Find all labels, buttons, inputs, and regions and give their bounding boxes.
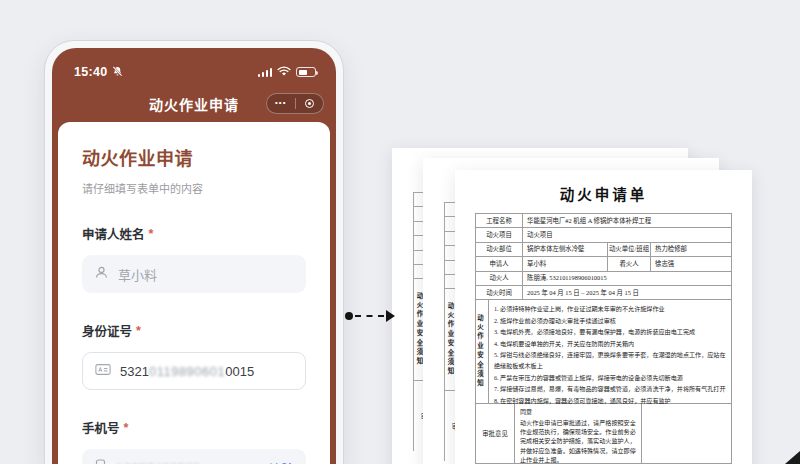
person-icon [94,265,109,283]
clear-button[interactable]: 清除 [269,459,294,464]
id-input-value: 532101198906010015 [120,364,254,379]
masked-id-digits: 0119890601 [149,364,225,379]
safety-item: 7. 焊接储存过易燃，易爆，有毒物品的容器或管道，必须清洗干净，并将所有气孔打开 [494,384,726,395]
smartphone-icon [94,459,107,464]
safety-item: 4. 电焊机要设单独的开关，开关应在防雨的开关箱内 [494,339,726,350]
table-row: 动火部位 锅炉本体左侧水冷壁 动火单位/班组 热力检修部 [476,243,731,257]
phone-mockup: 15:40 动火作业申请 ••• 动火作业申请 [44,40,344,464]
safety-item: 2. 施焊作业前必须办理动火审批手续通过审核 [494,316,726,327]
approval-section-label: 审批意见 [476,404,515,463]
nav-bar: 动火作业申请 ••• [52,86,336,122]
document-sheet-front: 动火申请单 工程名称 华能星河电厂#2 机组 A 修锅炉本体补焊工程 动火项目 … [455,170,752,464]
table-row: 动火时间 2025 年 04 月 15 日 – 2025 年 04 月 15 日 [476,286,731,300]
document-title: 动火申请单 [455,170,752,204]
target-icon[interactable] [296,99,324,108]
required-asterisk: * [124,421,129,435]
required-asterisk: * [149,227,154,241]
signal-icon [258,67,273,77]
page-subtitle: 请仔细填写表单中的内容 [82,180,306,196]
safety-item: 1. 必须持特种作业证上岗，作业证过期未年审的不允许施焊作业 [494,304,726,315]
status-time: 15:40 [74,65,107,79]
mobile-field-label: 手机号 * [82,418,306,437]
safety-items: 1. 必须持特种作业证上岗，作业证过期未年审的不允许施焊作业 2. 施焊作业前必… [489,300,731,403]
mobile-input[interactable]: 13957493588 清除 [82,449,306,464]
table-row: 申请人 草小料 看火人 徐志强 [476,257,731,271]
required-asterisk: * [136,324,141,338]
phone-screen: 15:40 动火作业申请 ••• 动火作业申请 [52,48,336,464]
safety-item: 6. 严禁在带压力的容器或管道上施焊，焊接带电的设备必须先切断电源 [494,373,726,384]
id-card-icon [95,363,111,379]
approval-comment: 同意 动火作业申请已审批通过，请严格按照安全作业规范执行，确保现场安全。作业前务… [515,404,642,463]
document-table: 工程名称 华能星河电厂#2 机组 A 修锅炉本体补焊工程 动火项目 动火项目 动… [475,213,732,464]
arrow-dashes [355,315,384,317]
page-title: 动火作业申请 [82,144,306,170]
status-bar: 15:40 [52,48,336,86]
safety-item: 5. 焊钳与线必须绝缘良好，连接牢固，更换焊条要带手套，在潮湿的地点工作，应站在… [494,350,726,373]
safety-section-row: 动火作业安全须知 1. 必须持特种作业证上岗，作业证过期未年审的不允许施焊作业 … [476,300,731,404]
name-input-value: 草小料 [118,265,157,284]
table-row: 动火项目 动火项目 [476,228,731,242]
more-icon[interactable]: ••• [267,99,295,109]
table-row: 工程名称 华能星河电厂#2 机组 A 修锅炉本体补焊工程 [476,214,731,228]
wifi-icon [277,63,291,81]
safety-item: 3. 电焊机外壳，必须接地良好，要有漏电保护器，电源的拆装应由电工完成 [494,327,726,338]
id-input[interactable]: 532101198906010015 [82,352,306,390]
arrow-dot [345,312,353,320]
table-row: 动火人 陈朋涛, 532101198906010015 [476,272,731,286]
nav-title: 动火作业申请 [149,94,239,114]
name-input[interactable]: 草小料 [82,255,306,293]
form-panel: 动火作业申请 请仔细填写表单中的内容 申请人姓名 * 草小料 身份证号 * [58,122,330,464]
masked-mobile-number: 13957493588 [116,461,201,464]
id-field-label: 身份证号 * [82,321,306,340]
name-field-label: 申请人姓名 * [82,224,306,243]
arrow-head-icon [386,310,395,322]
safety-section-label: 动火作业安全须知 [476,300,484,403]
miniprogram-capsule[interactable]: ••• [266,93,324,114]
approval-empty-cell [642,404,731,463]
battery-icon [296,67,316,77]
bell-muted-icon [112,63,123,81]
cursor-icon [785,451,800,464]
flow-arrow [345,309,395,323]
approval-section-row: 审批意见 同意 动火作业申请已审批通过，请严格按照安全作业规范执行，确保现场安全… [476,404,731,463]
